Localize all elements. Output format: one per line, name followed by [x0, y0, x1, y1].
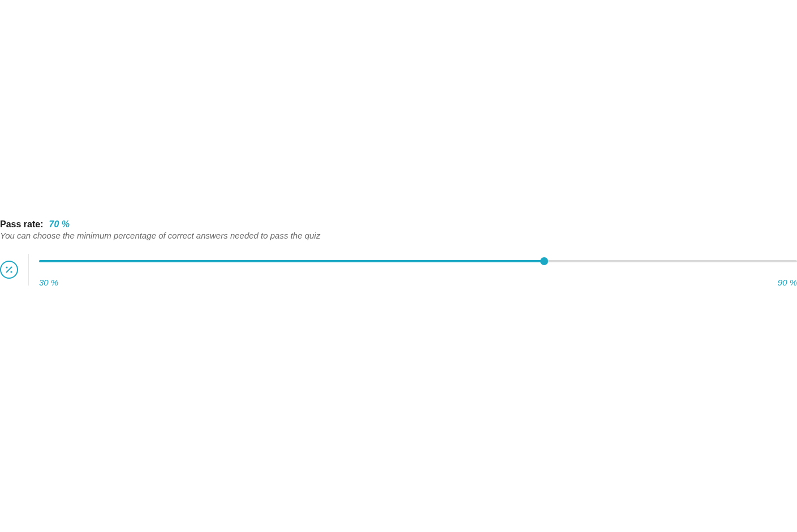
percent-icon [0, 261, 18, 279]
slider-thumb[interactable] [540, 257, 548, 265]
pass-rate-value: 70 % [49, 219, 70, 230]
pass-rate-slider-row: 30 % 90 % [0, 254, 797, 287]
slider-labels: 30 % 90 % [39, 278, 797, 287]
percent-icon-wrap [0, 254, 29, 286]
svg-point-1 [10, 271, 12, 273]
pass-rate-section: Pass rate: 70 % You can choose the minim… [0, 219, 797, 287]
slider-track-fill [39, 260, 544, 262]
slider-max-label: 90 % [778, 278, 797, 287]
pass-rate-slider[interactable] [39, 257, 797, 265]
svg-point-0 [6, 266, 7, 268]
pass-rate-description: You can choose the minimum percentage of… [0, 231, 797, 240]
pass-rate-label: Pass rate: [0, 219, 44, 230]
slider-min-label: 30 % [39, 278, 58, 287]
pass-rate-header: Pass rate: 70 % [0, 219, 797, 230]
pass-rate-slider-area: 30 % 90 % [39, 254, 797, 287]
